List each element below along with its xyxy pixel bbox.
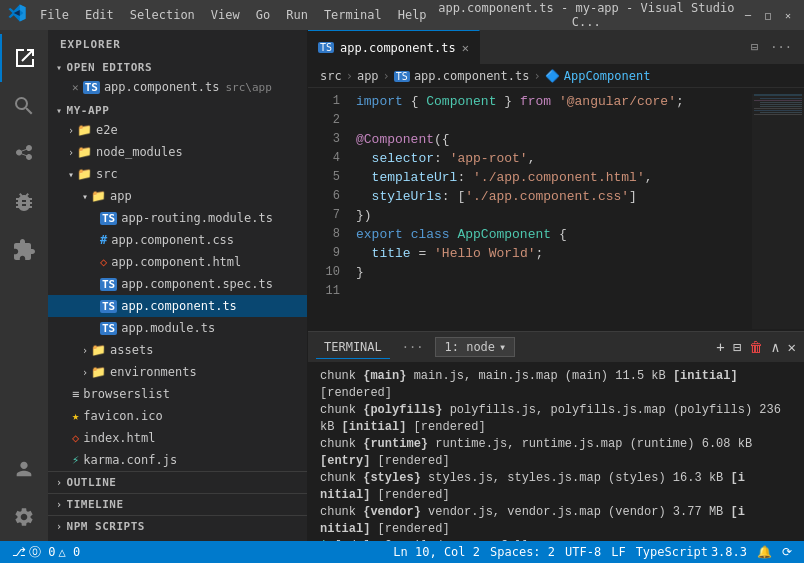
terminal-more-button[interactable]: ··· <box>398 336 428 358</box>
assets-folder[interactable]: › 📁 assets <box>48 339 307 361</box>
breadcrumb-sep3: › <box>533 69 540 83</box>
activity-bar <box>0 30 48 541</box>
environments-folder[interactable]: › 📁 environments <box>48 361 307 383</box>
code-line-9: title = 'Hello World'; <box>356 244 752 263</box>
accounts-activity-icon[interactable] <box>0 445 48 493</box>
app-module-label: app.module.ts <box>121 321 215 335</box>
spaces-label: Spaces: 2 <box>490 545 555 559</box>
app-routing-file[interactable]: TS app-routing.module.ts <box>48 207 307 229</box>
tab-bar-actions: ⊟ ··· <box>747 30 804 64</box>
open-editors-section[interactable]: ▾ OPEN EDITORS <box>48 59 307 76</box>
line-numbers: 1 2 3 4 5 6 7 8 9 10 11 <box>308 92 352 327</box>
e2e-folder-icon: 📁 <box>77 123 92 137</box>
open-editors-label: OPEN EDITORS <box>67 61 152 74</box>
terminal-line-1: chunk {main} main.js, main.js.map (main)… <box>320 368 792 402</box>
e2e-folder[interactable]: › 📁 e2e <box>48 119 307 141</box>
app-spec-file[interactable]: TS app.component.spec.ts <box>48 273 307 295</box>
menu-terminal[interactable]: Terminal <box>318 6 388 24</box>
editor-terminal-split: TS app.component.ts ✕ ⊟ ··· src › app › … <box>308 30 804 541</box>
breadcrumb-sep1: › <box>346 69 353 83</box>
outline-section[interactable]: › OUTLINE <box>48 472 307 493</box>
terminal-line-4b: nitial] [rendered] <box>320 487 792 504</box>
code-content: import { Component } from '@angular/core… <box>352 92 752 327</box>
status-encoding[interactable]: UTF-8 <box>561 545 605 559</box>
status-language[interactable]: TypeScript 3.8.3 <box>632 545 751 559</box>
menu-run[interactable]: Run <box>280 6 314 24</box>
node-modules-folder[interactable]: › 📁 node_modules <box>48 141 307 163</box>
menu-file[interactable]: File <box>34 6 75 24</box>
browserslist-label: browserslist <box>83 387 170 401</box>
app-module-file[interactable]: TS app.module.ts <box>48 317 307 339</box>
extensions-activity-icon[interactable] <box>0 226 48 274</box>
app-component-tab[interactable]: TS app.component.ts ✕ <box>308 30 480 64</box>
node-modules-label: node_modules <box>96 145 183 159</box>
code-line-8: export class AppComponent { <box>356 225 752 244</box>
app-folder[interactable]: ▾ 📁 app <box>48 185 307 207</box>
settings-activity-icon[interactable] <box>0 493 48 541</box>
new-terminal-button[interactable]: + <box>716 339 724 355</box>
index-html-file[interactable]: ◇ index.html <box>48 427 307 449</box>
index-html-icon: ◇ <box>72 431 79 445</box>
explorer-activity-icon[interactable] <box>0 34 48 82</box>
app-html-file[interactable]: ◇ app.component.html <box>48 251 307 273</box>
breadcrumb-file: app.component.ts <box>414 69 530 83</box>
karma-label: karma.conf.js <box>83 453 177 467</box>
menu-help[interactable]: Help <box>392 6 433 24</box>
ts-module-icon: TS <box>100 322 117 335</box>
app-component-file[interactable]: TS app.component.ts <box>48 295 307 317</box>
terminal-content[interactable]: chunk {main} main.js, main.js.map (main)… <box>308 362 804 541</box>
menu-view[interactable]: View <box>205 6 246 24</box>
sidebar: EXPLORER ▾ OPEN EDITORS ✕ TS app.compone… <box>48 30 308 541</box>
src-folder[interactable]: ▾ 📁 src <box>48 163 307 185</box>
terminal-instance-dropdown[interactable]: 1: node ▾ <box>435 337 515 357</box>
code-line-7: }) <box>356 206 752 225</box>
encoding-label: UTF-8 <box>565 545 601 559</box>
timeline-section[interactable]: › TIMELINE <box>48 494 307 515</box>
status-bar: ⎇ ⓪ 0 △ 0 Ln 10, Col 2 Spaces: 2 UTF-8 L… <box>0 541 804 563</box>
status-line-ending[interactable]: LF <box>607 545 629 559</box>
close-terminal-button[interactable]: ✕ <box>788 339 796 355</box>
split-editor-button[interactable]: ⊟ <box>747 38 762 56</box>
terminal-tab[interactable]: TERMINAL <box>316 336 390 359</box>
status-line-col[interactable]: Ln 10, Col 2 <box>389 545 484 559</box>
app-label: app <box>110 189 132 203</box>
status-spaces[interactable]: Spaces: 2 <box>486 545 559 559</box>
close-button[interactable]: ✕ <box>780 7 796 23</box>
browserslist-file[interactable]: ≡ browserslist <box>48 383 307 405</box>
outline-chevron: › <box>56 477 63 488</box>
npm-scripts-chevron: › <box>56 521 63 532</box>
favicon-file[interactable]: ★ favicon.ico <box>48 405 307 427</box>
code-line-1: import { Component } from '@angular/core… <box>356 92 752 111</box>
open-editor-item[interactable]: ✕ TS app.component.ts src\app <box>48 76 307 98</box>
kill-terminal-button[interactable]: 🗑 <box>749 339 763 355</box>
karma-config-file[interactable]: ⚡ karma.conf.js <box>48 449 307 471</box>
maximize-terminal-button[interactable]: ∧ <box>771 339 779 355</box>
menu-go[interactable]: Go <box>250 6 276 24</box>
source-control-activity-icon[interactable] <box>0 130 48 178</box>
app-css-file[interactable]: # app.component.css <box>48 229 307 251</box>
my-app-label: MY-APP <box>67 104 110 117</box>
tab-close-button[interactable]: ✕ <box>462 41 469 55</box>
search-activity-icon[interactable] <box>0 82 48 130</box>
npm-scripts-section[interactable]: › NPM SCRIPTS <box>48 516 307 537</box>
app-icon: 📁 <box>91 189 106 203</box>
status-bell[interactable]: 🔔 <box>753 545 776 559</box>
my-app-section[interactable]: ▾ MY-APP <box>48 102 307 119</box>
terminal-line-4: chunk {styles} styles.js, styles.js.map … <box>320 470 792 487</box>
debug-activity-icon[interactable] <box>0 178 48 226</box>
status-git-branch[interactable]: ⎇ ⓪ 0 △ 0 <box>8 544 84 561</box>
git-warnings-label: △ 0 <box>58 545 80 559</box>
terminal-line-5b: nitial] [rendered] <box>320 521 792 538</box>
status-sync[interactable]: ⟳ <box>778 545 796 559</box>
menu-selection[interactable]: Selection <box>124 6 201 24</box>
maximize-button[interactable]: □ <box>760 7 776 23</box>
code-editor[interactable]: 1 2 3 4 5 6 7 8 9 10 11 import { Compone… <box>308 88 804 331</box>
terminal-line-5: chunk {vendor} vendor.js, vendor.js.map … <box>320 504 792 521</box>
app-chevron: ▾ <box>82 191 88 202</box>
tab-bar-more-button[interactable]: ··· <box>766 38 796 56</box>
minimize-button[interactable]: ─ <box>740 7 756 23</box>
menu-edit[interactable]: Edit <box>79 6 120 24</box>
vscode-logo <box>8 4 26 26</box>
ts-icon: TS <box>83 81 100 94</box>
split-terminal-button[interactable]: ⊟ <box>733 339 741 355</box>
